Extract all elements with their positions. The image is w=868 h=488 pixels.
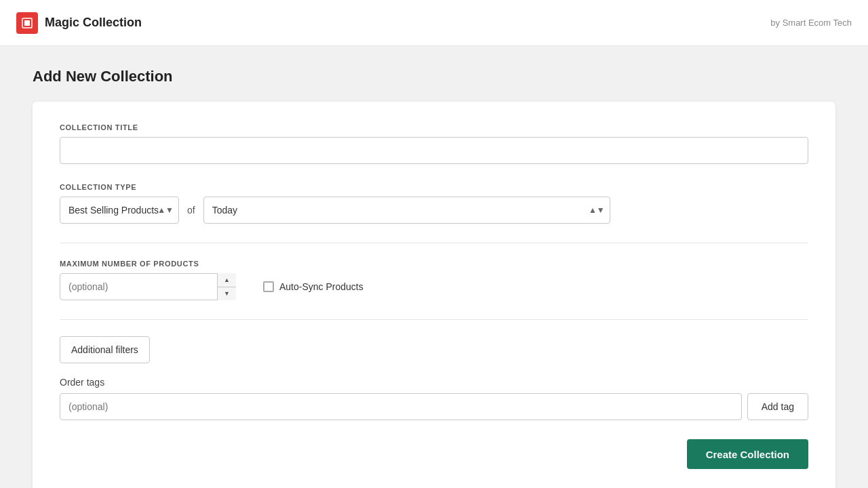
spinner-buttons: ▲ ▼ [217, 273, 236, 300]
app-header: Magic Collection by Smart Ecom Tech [0, 0, 868, 46]
time-period-select-wrapper: Today Yesterday Last 7 Days Last 30 Days… [203, 197, 610, 224]
max-products-label: MAXIMUM NUMBER OF PRODUCTS [60, 260, 808, 268]
auto-sync-checkbox[interactable] [263, 281, 274, 292]
collection-type-section: COLLECTION TYPE Best Selling Products Ne… [60, 183, 808, 224]
order-tags-input[interactable] [60, 393, 742, 420]
additional-filters-button[interactable]: Additional filters [60, 336, 150, 363]
collection-type-row: Best Selling Products New Arrivals Top R… [60, 197, 808, 224]
max-products-spinner-wrapper: ▲ ▼ [60, 273, 236, 300]
collection-type-select-wrapper: Best Selling Products New Arrivals Top R… [60, 197, 179, 224]
of-label: of [184, 205, 198, 216]
auto-sync-label[interactable]: Auto-Sync Products [263, 281, 363, 292]
max-products-section: MAXIMUM NUMBER OF PRODUCTS ▲ ▼ Auto-Sync… [60, 260, 808, 300]
form-card: COLLECTION TITLE COLLECTION TYPE Best Se… [33, 102, 835, 488]
add-tag-button[interactable]: Add tag [747, 393, 808, 420]
header-left: Magic Collection [16, 12, 142, 34]
divider-2 [60, 319, 808, 320]
order-tags-row: Add tag [60, 393, 808, 420]
create-collection-button[interactable]: Create Collection [687, 439, 808, 469]
divider-1 [60, 243, 808, 243]
app-logo-icon [16, 12, 38, 34]
order-tags-section: Order tags Add tag [60, 377, 808, 420]
create-collection-row: Create Collection [60, 439, 808, 469]
time-period-select[interactable]: Today Yesterday Last 7 Days Last 30 Days… [203, 197, 610, 224]
max-products-input[interactable] [60, 273, 236, 300]
spinner-down-button[interactable]: ▼ [218, 287, 236, 301]
collection-type-select[interactable]: Best Selling Products New Arrivals Top R… [60, 197, 179, 224]
collection-title-section: COLLECTION TITLE [60, 123, 808, 164]
collection-title-input[interactable] [60, 137, 808, 164]
page-title: Add New Collection [33, 68, 835, 85]
max-products-row: ▲ ▼ Auto-Sync Products [60, 273, 808, 300]
app-name: Magic Collection [45, 16, 142, 30]
additional-filters-section: Additional filters [60, 336, 808, 363]
order-tags-label: Order tags [60, 377, 808, 388]
header-by-label: by Smart Ecom Tech [770, 18, 852, 28]
auto-sync-text: Auto-Sync Products [279, 281, 363, 292]
main-content: Add New Collection COLLECTION TITLE COLL… [0, 46, 868, 488]
collection-type-label: COLLECTION TYPE [60, 183, 808, 191]
svg-rect-1 [24, 20, 30, 26]
collection-title-label: COLLECTION TITLE [60, 123, 808, 131]
spinner-up-button[interactable]: ▲ [218, 273, 236, 287]
